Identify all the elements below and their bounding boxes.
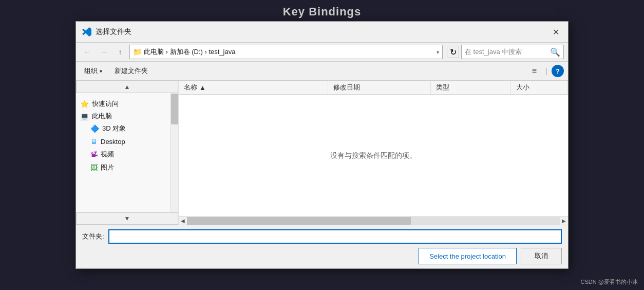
- image-icon: 🖼: [90, 164, 98, 172]
- scroll-track[interactable]: [187, 217, 560, 225]
- address-bar[interactable]: 📁 此电脑 › 新加卷 (D:) › test_java ▾: [129, 45, 443, 59]
- column-size[interactable]: 大小: [511, 81, 568, 94]
- desktop-icon: 🖥: [90, 137, 98, 146]
- sidebar-item-label: 此电脑: [92, 112, 112, 121]
- sidebar-scrollbar[interactable]: [170, 93, 178, 212]
- file-header: 名称 ▲ 修改日期 类型 大小: [179, 81, 568, 95]
- sidebar-item-label: Desktop: [101, 138, 125, 146]
- forward-button[interactable]: →: [97, 45, 111, 59]
- sidebar: ▲ ⭐ 快速访问 💻 此电脑 🔷 3D 对象 🖥 Desktop: [76, 81, 179, 225]
- horizontal-scrollbar[interactable]: ◀ ▶: [179, 216, 568, 225]
- sidebar-item-videos[interactable]: 📽 视频: [76, 148, 178, 161]
- file-dialog: 选择文件夹 ✕ ← → ↑ 📁 此电脑 › 新加卷 (D:) › test_ja…: [75, 21, 569, 269]
- folder-row: 文件夹:: [82, 229, 562, 244]
- sort-icon: ▲: [199, 84, 206, 92]
- 3d-icon: 🔷: [90, 124, 99, 133]
- address-dropdown-icon[interactable]: ▾: [437, 49, 439, 55]
- folder-input[interactable]: [108, 229, 562, 244]
- sidebar-items: ⭐ 快速访问 💻 此电脑 🔷 3D 对象 🖥 Desktop 📽 视: [76, 93, 178, 212]
- scroll-thumb: [187, 217, 411, 225]
- column-type[interactable]: 类型: [431, 81, 511, 94]
- vscode-icon: [82, 27, 91, 37]
- view-separator: |: [545, 67, 547, 75]
- scroll-right-button[interactable]: ▶: [560, 217, 568, 225]
- help-button[interactable]: ?: [552, 65, 564, 77]
- search-bar[interactable]: 在 test_java 中搜索 🔍: [461, 45, 564, 59]
- folder-icon: 📁: [133, 48, 142, 56]
- empty-message: 没有与搜索条件匹配的项。: [330, 151, 416, 160]
- organize-label: 组织: [84, 66, 98, 76]
- file-body-empty: 没有与搜索条件匹配的项。: [179, 95, 568, 216]
- main-content: ▲ ⭐ 快速访问 💻 此电脑 🔷 3D 对象 🖥 Desktop: [76, 81, 568, 225]
- sidebar-scroll-thumb: [171, 94, 178, 124]
- sidebar-scroll-down[interactable]: ▼: [76, 212, 178, 225]
- dialog-title: 选择文件夹: [96, 27, 545, 37]
- search-placeholder: 在 test_java 中搜索: [465, 47, 548, 57]
- column-name-label: 名称: [184, 83, 197, 92]
- organize-chevron-icon: ▾: [100, 68, 102, 74]
- scroll-left-button[interactable]: ◀: [179, 217, 187, 225]
- column-date[interactable]: 修改日期: [328, 81, 431, 94]
- search-icon: 🔍: [550, 47, 560, 57]
- sidebar-item-pictures[interactable]: 🖼 图片: [76, 161, 178, 174]
- sidebar-item-desktop[interactable]: 🖥 Desktop: [76, 135, 178, 148]
- new-folder-button[interactable]: 新建文件夹: [110, 64, 152, 78]
- sidebar-item-label: 快速访问: [92, 99, 119, 108]
- video-icon: 📽: [90, 150, 98, 158]
- button-row: Select the project location 取消: [82, 248, 562, 264]
- select-project-location-button[interactable]: Select the project location: [419, 248, 517, 264]
- back-button[interactable]: ←: [80, 45, 94, 59]
- column-date-label: 修改日期: [333, 83, 360, 92]
- sidebar-item-quick-access[interactable]: ⭐ 快速访问: [76, 97, 178, 110]
- column-size-label: 大小: [516, 83, 529, 92]
- refresh-button[interactable]: ↻: [447, 46, 459, 58]
- sidebar-scroll-up[interactable]: ▲: [76, 81, 178, 93]
- column-type-label: 类型: [436, 83, 449, 92]
- watermark: CSDN @爱看书的小沐: [581, 278, 638, 286]
- organize-button[interactable]: 组织 ▾: [80, 64, 106, 78]
- sidebar-item-label: 视频: [101, 150, 114, 159]
- folder-label: 文件夹:: [82, 232, 104, 241]
- title-bar: 选择文件夹 ✕: [76, 22, 568, 43]
- toolbar: ← → ↑ 📁 此电脑 › 新加卷 (D:) › test_java ▾ ↻ 在…: [76, 43, 568, 62]
- column-name[interactable]: 名称 ▲: [179, 81, 328, 94]
- sidebar-item-label: 3D 对象: [102, 124, 126, 133]
- background-title: Key Bindings: [283, 5, 362, 19]
- cancel-button[interactable]: 取消: [521, 248, 562, 264]
- sidebar-item-this-pc[interactable]: 💻 此电脑: [76, 110, 178, 122]
- view-toggle-button[interactable]: ≡: [527, 64, 541, 78]
- actions-bar: 组织 ▾ 新建文件夹 ≡ | ?: [76, 62, 568, 81]
- new-folder-label: 新建文件夹: [115, 66, 148, 76]
- address-path: 此电脑 › 新加卷 (D:) › test_java: [144, 47, 434, 57]
- up-button[interactable]: ↑: [113, 45, 127, 59]
- computer-icon: 💻: [80, 112, 89, 120]
- bottom-area: 文件夹: Select the project location 取消: [76, 225, 568, 268]
- sidebar-item-label: 图片: [101, 163, 114, 172]
- star-icon: ⭐: [80, 100, 89, 108]
- sidebar-item-3d-objects[interactable]: 🔷 3D 对象: [76, 122, 178, 135]
- file-area: 名称 ▲ 修改日期 类型 大小 没有与搜索条件匹配的项。 ◀: [179, 81, 568, 225]
- close-button[interactable]: ✕: [550, 26, 562, 38]
